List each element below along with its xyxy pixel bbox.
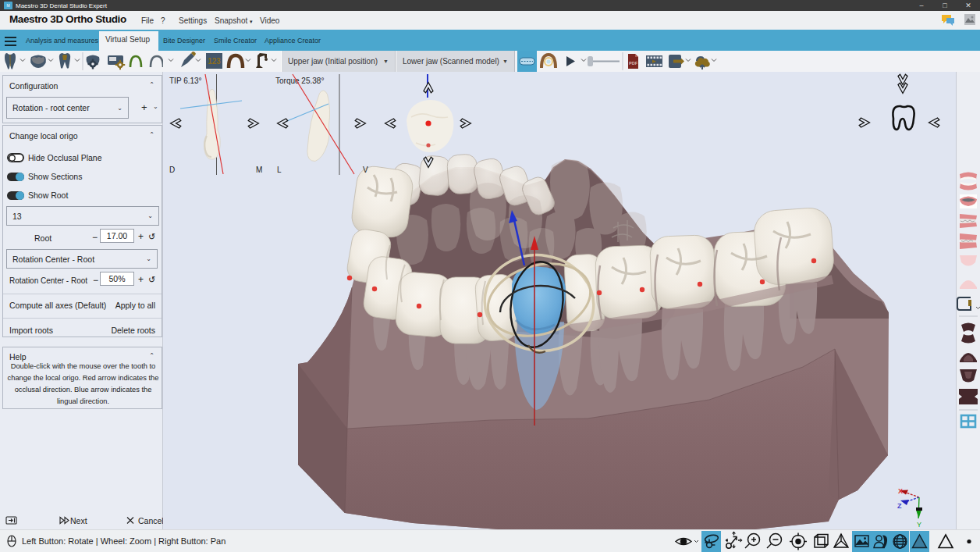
svg-text:D: D xyxy=(169,166,175,174)
svg-text:Torque 25.38°: Torque 25.38° xyxy=(275,77,324,85)
svg-text:Cancel: Cancel xyxy=(138,516,163,525)
svg-text:Y: Y xyxy=(917,521,921,529)
svg-text:L: L xyxy=(277,166,282,174)
svg-text:M: M xyxy=(256,166,262,174)
svg-text:Next: Next xyxy=(70,516,87,525)
svg-text:123: 123 xyxy=(208,57,221,66)
svg-text:V: V xyxy=(363,166,368,174)
svg-text:TIP 6.13°: TIP 6.13° xyxy=(169,77,202,85)
svg-text:Z: Z xyxy=(897,502,902,510)
svg-text:X: X xyxy=(898,487,903,495)
svg-text:PDF: PDF xyxy=(629,61,638,66)
